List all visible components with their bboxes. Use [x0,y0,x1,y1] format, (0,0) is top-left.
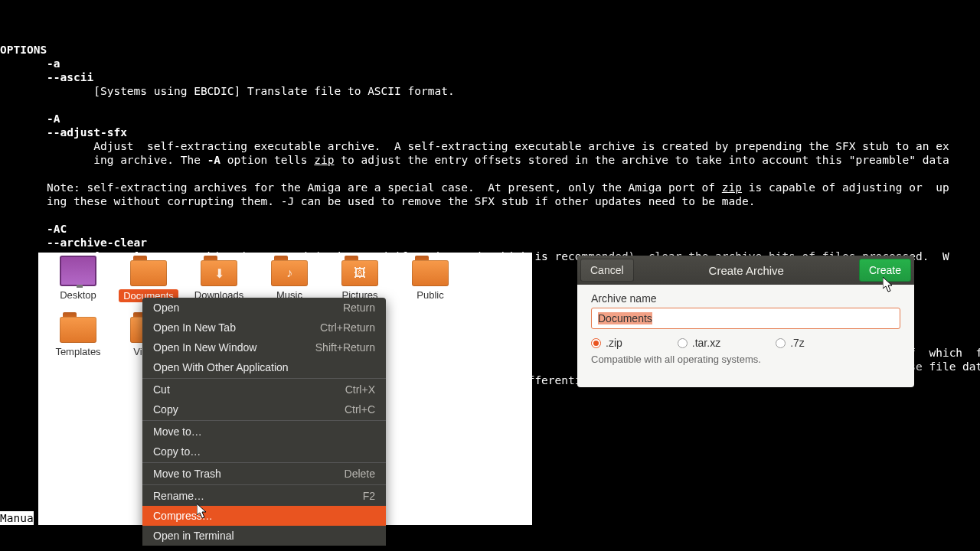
menu-compress[interactable]: Compress… [142,506,386,526]
menu-separator [142,484,386,485]
menu-separator [142,378,386,379]
menu-open-in-terminal[interactable]: Open in Terminal [142,526,386,546]
manpage-statusbar: Manua [0,511,34,525]
radio-icon [678,338,688,348]
dialog-header: Cancel Create Archive Create [577,256,914,285]
menu-open-with-other[interactable]: Open With Other Application [142,357,386,377]
folder-icon [60,312,96,343]
dialog-title: Create Archive [634,264,859,277]
format-7z[interactable]: .7z [776,337,805,349]
menu-move-to-trash[interactable]: Move to TrashDelete [142,464,386,484]
folder-icon [130,256,167,286]
folder-icon: ♪ [271,256,308,286]
menu-separator [142,420,386,421]
menu-open-new-window[interactable]: Open In New WindowShift+Return [142,337,386,357]
folder-icon [412,256,449,286]
archive-name-input[interactable]: Documents [591,308,900,329]
create-archive-dialog: Cancel Create Archive Create Archive nam… [577,256,914,387]
format-zip[interactable]: .zip [591,337,622,349]
archive-name-label: Archive name [591,292,900,305]
folder-icon: ⬇ [201,256,237,286]
templates-folder[interactable]: Templates [43,311,113,367]
format-radio-group: .zip .tar.xz .7z [591,337,900,349]
desktop-icon [60,256,96,286]
menu-open-new-tab[interactable]: Open In New TabCtrl+Return [142,318,386,337]
public-folder[interactable]: Public [395,254,466,311]
icon-label: Public [416,289,443,301]
icon-label: Desktop [60,289,96,301]
menu-separator [142,462,386,463]
menu-copy[interactable]: CopyCtrl+C [142,399,386,419]
icon-label: Templates [55,346,100,357]
folder-icon: 🖼 [341,256,378,286]
radio-icon [591,338,601,348]
menu-copy-to[interactable]: Copy to… [142,442,386,461]
menu-move-to[interactable]: Move to… [142,422,386,442]
format-tarxz[interactable]: .tar.xz [678,337,720,349]
folder-context-menu: OpenReturn Open In New TabCtrl+Return Op… [142,298,386,546]
radio-icon [776,338,786,348]
desktop-folder[interactable]: Desktop [43,254,113,311]
menu-open[interactable]: OpenReturn [142,298,386,318]
cancel-button[interactable]: Cancel [580,259,634,282]
menu-rename[interactable]: Rename…F2 [142,486,386,506]
format-help-text: Compatible with all operating systems. [591,354,900,365]
create-button[interactable]: Create [859,259,911,282]
menu-cut[interactable]: CutCtrl+X [142,380,386,399]
